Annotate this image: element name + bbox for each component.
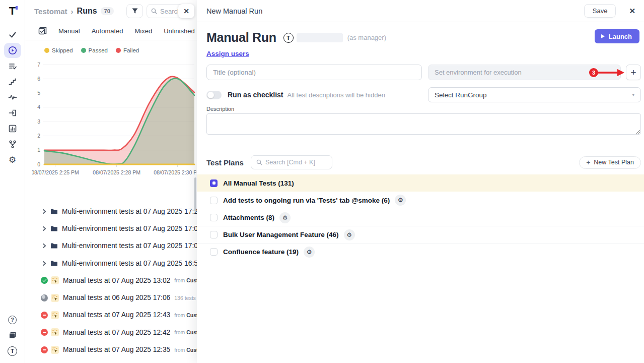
folder-icon — [50, 225, 58, 232]
plan-checkbox[interactable] — [210, 197, 218, 204]
select-all-icon[interactable] — [38, 27, 47, 35]
play-icon — [601, 34, 605, 38]
logo-accent — [16, 6, 18, 10]
legend-item[interactable]: Failed — [116, 47, 139, 53]
tab-manual[interactable]: Manual — [58, 27, 80, 35]
sidebar-item-settings[interactable]: ⚙ — [4, 152, 21, 167]
scrollbar-thumb[interactable] — [194, 177, 196, 212]
test-plans-search[interactable] — [251, 155, 332, 169]
plan-gear-button[interactable]: ⚙ — [344, 229, 355, 240]
run-row[interactable] — [25, 358, 197, 363]
stairs-icon — [8, 77, 17, 86]
plan-gear-button[interactable]: ⚙ — [304, 247, 315, 258]
app-logo[interactable]: T — [9, 4, 16, 19]
sidebar-item-import[interactable] — [4, 105, 21, 120]
runs-count-badge: 70 — [101, 7, 114, 15]
sidebar-item-reports[interactable] — [4, 121, 21, 136]
manual-run-icon — [51, 276, 59, 284]
run-row[interactable]: Manual tests at 07 Aug 2025 12:42from Cu… — [25, 324, 197, 341]
tab-unfinished[interactable]: Unfinished — [164, 27, 194, 35]
description-textarea[interactable] — [206, 113, 641, 135]
title-input[interactable] — [206, 65, 422, 80]
chevron-right-icon[interactable] — [42, 209, 47, 214]
legend-dot — [116, 48, 121, 53]
run-folder-row[interactable]: Multi-environment tests at 07 Aug 2025 1… — [25, 255, 197, 272]
filter-button[interactable] — [126, 4, 143, 18]
test-plans-search-input[interactable] — [265, 159, 325, 166]
chevron-right-icon[interactable] — [42, 226, 47, 231]
svg-text:7: 7 — [37, 62, 40, 68]
run-meta: from Custom — [174, 329, 197, 335]
annotation-arrow-icon — [597, 69, 624, 77]
plan-gear-button[interactable]: ⚙ — [279, 212, 291, 223]
test-plans-list: All Manual Tests (131) Add tests to ongo… — [197, 174, 644, 260]
legend-item[interactable]: Passed — [81, 47, 108, 53]
sidebar-bottom: ? T — [4, 312, 21, 363]
assign-users-link[interactable]: Assign users — [206, 50, 249, 57]
test-plan-row[interactable]: Add tests to ongoing run via 'Tests' tab… — [197, 192, 644, 209]
checklist-help: All test descriptions will be hidden — [288, 91, 385, 99]
status-stopped-icon — [41, 294, 48, 301]
rungroup-select[interactable]: Select RunGroup ▾ — [428, 87, 641, 102]
chevron-right-icon[interactable] — [42, 243, 47, 249]
drawer-title: New Manual Run — [206, 7, 262, 15]
run-meta-value: Custom — [186, 312, 197, 318]
tab-automated[interactable]: Automated — [92, 27, 123, 35]
test-plan-row[interactable]: All Manual Tests (131) — [197, 174, 644, 192]
test-plan-row[interactable]: Confluence feature (19)⚙ — [197, 243, 644, 260]
run-folder-row[interactable]: Multi-environment tests at 07 Aug 2025 1… — [25, 237, 197, 255]
add-environment-button[interactable]: + — [626, 65, 641, 80]
tab-mixed[interactable]: Mixed — [135, 27, 153, 35]
sidebar-item-pulse[interactable] — [4, 90, 21, 105]
sidebar-item-test-plans[interactable] — [4, 58, 21, 74]
sidebar-item-milestones[interactable] — [4, 74, 21, 89]
run-meta: from Custom — [174, 347, 197, 353]
new-test-plan-button[interactable]: + New Test Plan — [579, 156, 641, 169]
run-row[interactable]: Manual tests at 07 Aug 2025 13:02from Cu… — [25, 272, 197, 289]
svg-text:6: 6 — [37, 76, 40, 82]
sidebar-item-results[interactable] — [4, 27, 21, 42]
manual-run-icon — [51, 346, 59, 354]
runs-play-icon — [8, 46, 17, 55]
sidebar-item-profile[interactable]: T — [4, 343, 21, 358]
checklist-toggle[interactable] — [206, 91, 222, 99]
test-plan-row[interactable]: Bulk User Management Feature (46)⚙ — [197, 226, 644, 243]
filter-funnel-icon — [131, 8, 138, 15]
sidebar-item-projects[interactable] — [4, 328, 21, 343]
plan-checkbox[interactable] — [210, 214, 218, 221]
checklist-label: Run as checklist — [228, 91, 283, 99]
app-root: T — [0, 0, 644, 363]
plan-checkbox[interactable] — [210, 231, 218, 238]
plan-gear-button[interactable]: ⚙ — [395, 195, 406, 206]
breadcrumb-app[interactable]: Testomat — [34, 7, 67, 16]
plan-checkbox[interactable] — [210, 248, 218, 256]
chevron-right-icon[interactable] — [42, 261, 47, 266]
sidebar-item-runs[interactable] — [4, 43, 21, 58]
plan-checkbox[interactable] — [210, 179, 218, 187]
run-row[interactable]: Manual tests at 07 Aug 2025 12:35from Cu… — [25, 341, 197, 358]
status-failed-icon — [41, 346, 48, 353]
drawer-close-icon[interactable]: ✕ — [627, 6, 637, 17]
legend-label: Skipped — [52, 47, 73, 53]
run-row[interactable]: Manual tests at 06 Aug 2025 17:06136 tes… — [25, 289, 197, 306]
svg-text:08/07/2025 2:30 PM: 08/07/2025 2:30 PM — [154, 169, 196, 175]
legend-item[interactable]: Skipped — [44, 47, 73, 53]
sidebar-item-help[interactable]: ? — [4, 312, 21, 327]
run-folder-row[interactable]: Multi-environment tests at 07 Aug 2025 1… — [25, 220, 197, 237]
run-row[interactable]: Manual tests at 07 Aug 2025 12:43from Cu… — [25, 307, 197, 324]
manual-run-icon — [51, 328, 59, 336]
run-meta-value: Custom — [186, 347, 197, 353]
panel-close-button[interactable]: ✕ — [178, 4, 194, 18]
run-meta-prefix: from — [174, 277, 185, 283]
launch-button[interactable]: Launch — [595, 29, 639, 43]
test-plan-row[interactable]: Attachments (8)⚙ — [197, 209, 644, 226]
run-meta-value: Custom — [186, 329, 197, 335]
run-folder-row[interactable]: Multi-environment tests at 07 Aug 2025 1… — [25, 203, 197, 220]
annotation-3: 3 — [589, 68, 624, 77]
save-button[interactable]: Save — [584, 4, 616, 18]
sidebar-item-branches[interactable] — [4, 137, 21, 152]
launch-label: Launch — [609, 33, 632, 40]
sidebar: T — [0, 0, 25, 363]
owner-avatar: T — [283, 33, 294, 43]
environment-field[interactable]: Set environment for execution 3 — [428, 65, 621, 80]
